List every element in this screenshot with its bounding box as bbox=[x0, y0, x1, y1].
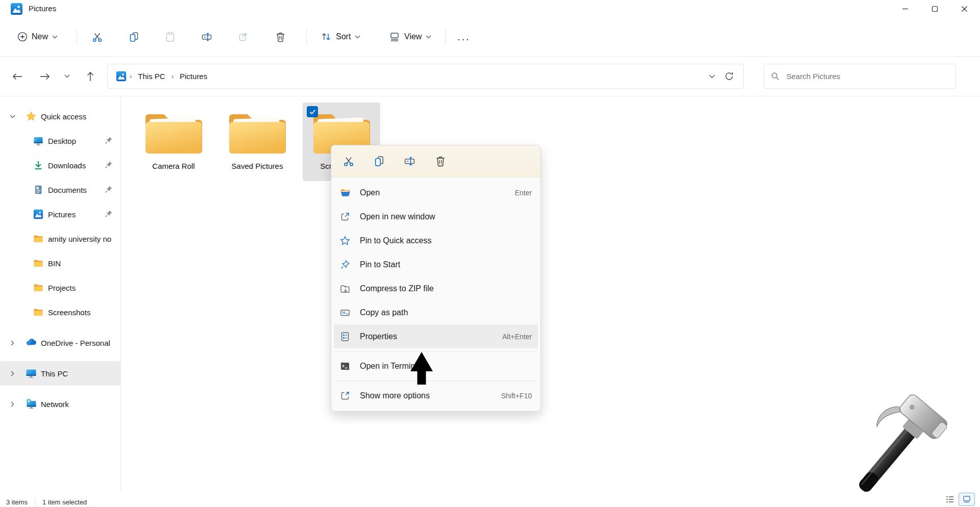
new-button[interactable]: New bbox=[12, 26, 63, 48]
paste-button[interactable] bbox=[159, 26, 181, 48]
this-pc-icon bbox=[26, 368, 37, 379]
arrow-left-icon bbox=[12, 73, 22, 80]
copy-button[interactable] bbox=[367, 150, 391, 172]
details-view-button[interactable] bbox=[945, 495, 954, 503]
network-icon bbox=[26, 398, 37, 410]
folder-name: Saved Pictures bbox=[232, 162, 283, 170]
search-icon bbox=[771, 72, 779, 81]
see-more-button[interactable]: ... bbox=[452, 26, 476, 48]
sidebar-item-pictures[interactable]: Pictures bbox=[0, 202, 120, 226]
sort-button[interactable]: Sort bbox=[315, 26, 365, 48]
folder-view: Camera Roll Saved Pictures Screenshots bbox=[121, 96, 980, 492]
downloads-icon bbox=[33, 160, 44, 170]
sidebar-item-this-pc[interactable]: This PC bbox=[0, 361, 120, 386]
arrow-right-icon bbox=[40, 73, 50, 80]
breadcrumb-this-pc[interactable]: This PC bbox=[134, 70, 169, 83]
cut-button[interactable] bbox=[86, 26, 108, 48]
sidebar-item-amity-university[interactable]: amity university no bbox=[0, 226, 120, 251]
folder-name: Camera Roll bbox=[152, 162, 194, 170]
context-menu-quick-actions bbox=[331, 145, 541, 178]
status-bar: 3 items 1 item selected bbox=[0, 492, 980, 507]
up-button[interactable] bbox=[80, 66, 101, 87]
onedrive-icon bbox=[26, 337, 37, 348]
refresh-icon[interactable] bbox=[724, 71, 734, 81]
view-button[interactable]: View bbox=[384, 26, 436, 48]
menu-separator bbox=[335, 351, 537, 351]
sidebar-item-downloads[interactable]: Downloads bbox=[0, 153, 120, 178]
sidebar-item-desktop[interactable]: Desktop bbox=[0, 129, 120, 153]
open-new-window-icon bbox=[339, 212, 351, 222]
share-button[interactable] bbox=[232, 26, 255, 48]
sidebar-item-screenshots[interactable]: Screenshots bbox=[0, 300, 120, 324]
folder-tile-camera-roll[interactable]: Camera Roll bbox=[135, 103, 212, 181]
large-icons-view-button[interactable] bbox=[959, 493, 975, 506]
selection-checkbox[interactable] bbox=[307, 106, 318, 117]
arrow-up-icon bbox=[87, 71, 94, 82]
breadcrumb-pictures[interactable]: Pictures bbox=[176, 70, 211, 83]
back-button[interactable] bbox=[7, 66, 28, 87]
menu-item-open-in-new-window[interactable]: Open in new window bbox=[334, 205, 538, 229]
chevron-collapsed-icon[interactable] bbox=[7, 371, 17, 376]
sidebar-item-bin[interactable]: BIN bbox=[0, 251, 120, 275]
sidebar-item-projects[interactable]: Projects bbox=[0, 275, 120, 300]
pin-icon bbox=[104, 136, 113, 145]
details-view-icon bbox=[945, 495, 954, 503]
copy-button[interactable] bbox=[122, 26, 145, 48]
minimize-icon bbox=[902, 6, 909, 12]
sidebar-item-network[interactable]: Network bbox=[0, 392, 120, 416]
trash-icon bbox=[434, 155, 447, 167]
copy-icon bbox=[373, 155, 385, 167]
menu-item-properties[interactable]: Properties Alt+Enter bbox=[334, 324, 538, 348]
menu-item-show-more-options[interactable]: Show more options Shift+F10 bbox=[334, 384, 538, 408]
share-icon bbox=[238, 31, 250, 43]
chevron-down-icon bbox=[52, 35, 58, 39]
breadcrumb-chevron-icon: › bbox=[169, 72, 176, 80]
menu-item-open-in-terminal[interactable]: Open in Terminal bbox=[334, 354, 538, 378]
recent-locations-button[interactable] bbox=[57, 66, 77, 87]
documents-icon bbox=[33, 185, 44, 195]
zip-folder-icon bbox=[339, 284, 351, 294]
pin-icon bbox=[104, 160, 113, 169]
sidebar-item-documents[interactable]: Documents bbox=[0, 178, 120, 202]
forward-button[interactable] bbox=[35, 66, 55, 87]
rename-button[interactable] bbox=[398, 150, 422, 172]
delete-button[interactable] bbox=[428, 150, 453, 172]
chevron-collapsed-icon[interactable] bbox=[7, 340, 17, 346]
show-more-options-icon bbox=[339, 391, 351, 401]
check-icon bbox=[309, 109, 316, 115]
large-icons-view-icon bbox=[963, 495, 971, 503]
ellipsis-icon: ... bbox=[457, 31, 471, 43]
address-bar[interactable]: › This PC › Pictures bbox=[107, 64, 744, 89]
sidebar-item-onedrive[interactable]: OneDrive - Personal bbox=[0, 331, 120, 355]
pin-icon bbox=[104, 185, 113, 194]
menu-item-open[interactable]: Open Enter bbox=[334, 181, 538, 205]
address-dropdown-icon[interactable] bbox=[709, 74, 715, 79]
rename-icon bbox=[404, 155, 416, 167]
properties-icon bbox=[339, 332, 351, 342]
menu-item-pin-to-start[interactable]: Pin to Start bbox=[334, 252, 538, 276]
folder-tile-saved-pictures[interactable]: Saved Pictures bbox=[218, 103, 296, 181]
copy-icon bbox=[128, 31, 140, 43]
desktop-icon bbox=[33, 136, 44, 146]
navigation-pane: Quick access Desktop Downloads Documents… bbox=[0, 96, 121, 492]
rename-button[interactable] bbox=[195, 26, 218, 48]
trash-icon bbox=[275, 31, 286, 43]
cut-button[interactable] bbox=[336, 150, 361, 172]
close-button[interactable] bbox=[949, 0, 979, 17]
menu-item-pin-to-quick-access[interactable]: Pin to Quick access bbox=[334, 229, 538, 252]
maximize-button[interactable] bbox=[920, 0, 949, 17]
search-input[interactable] bbox=[785, 71, 948, 81]
menu-item-compress-to-zip[interactable]: Compress to ZIP file bbox=[334, 276, 538, 300]
folder-icon bbox=[33, 234, 44, 244]
title-bar: Pictures bbox=[0, 0, 980, 17]
search-box[interactable] bbox=[764, 64, 956, 89]
delete-button[interactable] bbox=[269, 26, 291, 48]
sidebar-item-quick-access[interactable]: Quick access bbox=[0, 104, 120, 129]
rename-icon bbox=[201, 31, 213, 43]
chevron-expanded-icon[interactable] bbox=[7, 115, 17, 118]
menu-item-copy-as-path[interactable]: Copy as path bbox=[334, 300, 538, 324]
star-icon bbox=[26, 111, 37, 121]
chevron-collapsed-icon[interactable] bbox=[7, 401, 17, 407]
minimize-button[interactable] bbox=[890, 0, 920, 17]
star-outline-icon bbox=[339, 236, 351, 246]
